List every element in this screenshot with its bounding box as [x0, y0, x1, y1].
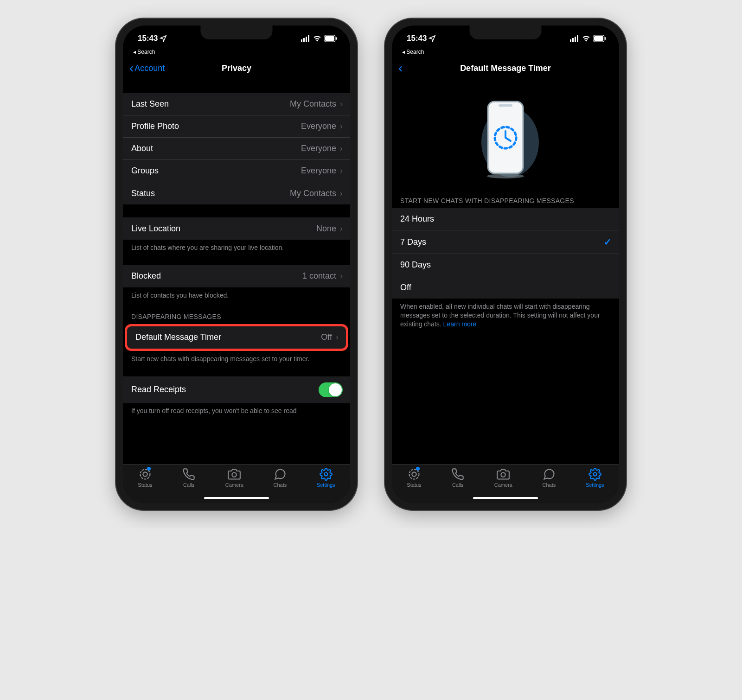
- svg-point-25: [501, 473, 505, 477]
- status-badge-dot: [147, 467, 151, 471]
- tab-settings[interactable]: Settings: [317, 468, 335, 488]
- chats-icon: [274, 468, 287, 481]
- status-badge-dot: [416, 467, 420, 471]
- clock: 15:43: [138, 34, 158, 43]
- svg-point-24: [412, 472, 416, 476]
- svg-rect-14: [577, 35, 578, 42]
- read-receipts-toggle[interactable]: [319, 382, 343, 397]
- chevron-right-icon: ›: [340, 144, 343, 153]
- cell-about[interactable]: AboutEveryone›: [123, 138, 350, 160]
- page-title: Privacy: [222, 64, 251, 73]
- cell-blocked[interactable]: Blocked1 contact›: [123, 265, 350, 287]
- svg-point-23: [409, 470, 419, 479]
- checkmark-icon: ✓: [604, 236, 612, 248]
- breadcrumb-search[interactable]: ◂ Search: [392, 49, 619, 57]
- battery-icon: [593, 35, 606, 42]
- notch: [201, 25, 273, 39]
- cell-profile-photo[interactable]: Profile PhotoEveryone›: [123, 115, 350, 138]
- chevron-right-icon: ›: [336, 332, 339, 342]
- svg-rect-5: [325, 36, 334, 41]
- svg-rect-1: [303, 38, 305, 42]
- phone-right: 15:43 ◂ Search ‹ Default Message Timer: [385, 19, 626, 510]
- chevron-right-icon: ›: [340, 271, 343, 281]
- timer-footer: When enabled, all new individual chats w…: [392, 299, 619, 329]
- home-indicator[interactable]: [204, 497, 269, 499]
- svg-point-9: [232, 473, 237, 477]
- svg-rect-0: [301, 39, 302, 42]
- phone-icon: [451, 468, 464, 481]
- svg-point-26: [593, 473, 596, 476]
- phone-left: 15:43 ◂ Search ‹ Account Privacy Last Se…: [116, 19, 357, 510]
- back-chevron-icon[interactable]: ‹: [129, 61, 134, 76]
- tab-chats[interactable]: Chats: [543, 468, 556, 488]
- cellular-icon: [301, 35, 310, 42]
- svg-rect-17: [605, 37, 606, 40]
- navbar-privacy: ‹ Account Privacy: [123, 57, 350, 80]
- timer-options-group: 24 Hours 7 Days✓ 90 Days Off: [392, 208, 619, 299]
- breadcrumb-search[interactable]: ◂ Search: [123, 49, 350, 57]
- phone-icon: [182, 468, 195, 481]
- back-chevron-icon[interactable]: ‹: [398, 61, 403, 76]
- tab-calls[interactable]: Calls: [451, 468, 464, 488]
- chevron-right-icon: ›: [340, 166, 343, 176]
- navbar-timer: ‹ Default Message Timer: [392, 57, 619, 80]
- live-location-footer: List of chats where you are sharing your…: [123, 240, 350, 252]
- cell-last-seen[interactable]: Last SeenMy Contacts›: [123, 93, 350, 115]
- disappearing-header: DISAPPEARING MESSAGES: [123, 313, 350, 324]
- clock: 15:43: [407, 34, 427, 43]
- option-off[interactable]: Off: [392, 276, 619, 299]
- tab-camera[interactable]: Camera: [225, 468, 243, 488]
- learn-more-link[interactable]: Learn more: [443, 320, 477, 328]
- cell-groups[interactable]: GroupsEveryone›: [123, 160, 350, 182]
- tab-chats[interactable]: Chats: [274, 468, 287, 488]
- chevron-right-icon: ›: [340, 224, 343, 234]
- chevron-right-icon: ›: [340, 189, 343, 198]
- tab-camera[interactable]: Camera: [494, 468, 512, 488]
- option-7-days[interactable]: 7 Days✓: [392, 230, 619, 254]
- chats-icon: [543, 468, 556, 481]
- location-arrow-icon: [160, 35, 167, 42]
- option-90-days[interactable]: 90 Days: [392, 254, 619, 276]
- svg-rect-2: [306, 37, 307, 42]
- default-message-timer-highlight: Default Message TimerOff›: [125, 324, 348, 351]
- content-scroll[interactable]: START NEW CHATS WITH DISAPPEARING MESSAG…: [392, 80, 619, 464]
- page-title: Default Message Timer: [460, 64, 551, 73]
- camera-icon: [497, 468, 510, 481]
- notch: [470, 25, 542, 39]
- cell-live-location[interactable]: Live LocationNone›: [123, 217, 350, 240]
- read-receipts-footer: If you turn off read receipts, you won't…: [123, 403, 350, 414]
- svg-rect-3: [308, 35, 309, 42]
- blocked-footer: List of contacts you have blocked.: [123, 287, 350, 300]
- chevron-right-icon: ›: [340, 121, 343, 131]
- battery-icon: [324, 35, 337, 42]
- home-indicator[interactable]: [473, 497, 538, 499]
- tab-status[interactable]: Status: [138, 468, 152, 488]
- camera-icon: [228, 468, 241, 481]
- timer-illustration: [392, 91, 619, 184]
- timer-options-header: START NEW CHATS WITH DISAPPEARING MESSAG…: [392, 197, 619, 208]
- disappearing-footer: Start new chats with disappearing messag…: [123, 351, 350, 363]
- svg-point-7: [140, 470, 150, 479]
- tab-calls[interactable]: Calls: [182, 468, 195, 488]
- svg-rect-20: [499, 104, 512, 107]
- svg-rect-13: [575, 37, 576, 42]
- wifi-icon: [582, 35, 590, 42]
- svg-rect-12: [572, 38, 574, 42]
- cell-default-message-timer[interactable]: Default Message TimerOff›: [127, 326, 346, 349]
- svg-rect-6: [336, 37, 337, 40]
- gear-icon: [320, 468, 333, 481]
- svg-rect-11: [570, 39, 571, 42]
- location-arrow-icon: [429, 35, 436, 42]
- back-button[interactable]: Account: [134, 64, 165, 73]
- cell-read-receipts[interactable]: Read Receipts: [123, 376, 350, 403]
- cell-status[interactable]: StatusMy Contacts›: [123, 182, 350, 204]
- cellular-icon: [570, 35, 579, 42]
- svg-point-10: [324, 473, 327, 476]
- svg-point-8: [143, 472, 147, 476]
- tab-status[interactable]: Status: [407, 468, 421, 488]
- wifi-icon: [313, 35, 321, 42]
- tab-settings[interactable]: Settings: [586, 468, 604, 488]
- content-scroll[interactable]: Last SeenMy Contacts› Profile PhotoEvery…: [123, 80, 350, 464]
- svg-point-22: [487, 174, 524, 178]
- option-24-hours[interactable]: 24 Hours: [392, 208, 619, 230]
